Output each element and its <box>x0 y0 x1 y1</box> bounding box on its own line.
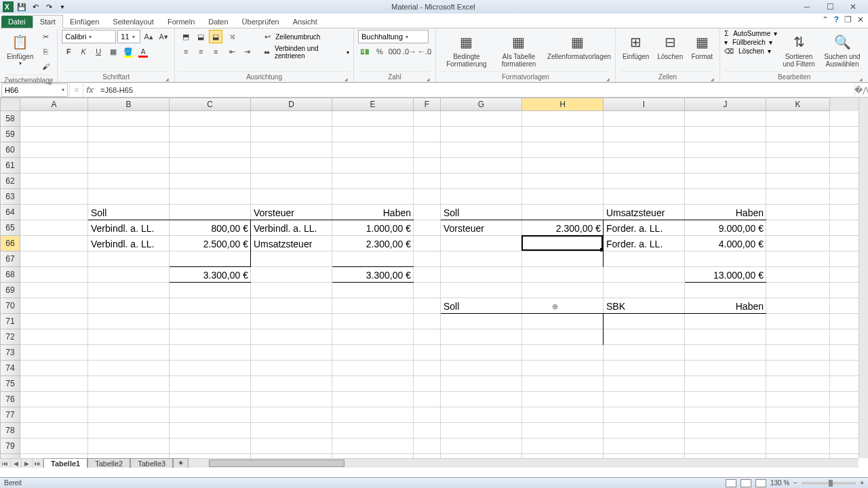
align-middle-icon[interactable]: ⬓ <box>194 30 208 43</box>
zoom-in-icon[interactable]: + <box>860 479 864 487</box>
tab-file[interactable]: Datei <box>1 16 33 28</box>
row-header-67[interactable]: 67 <box>0 251 20 267</box>
bold-button[interactable]: F <box>62 45 75 58</box>
save-icon[interactable]: 💾 <box>16 1 27 12</box>
copy-icon[interactable]: ⎘ <box>39 45 52 58</box>
pagelayout-view-icon[interactable] <box>741 479 751 487</box>
tab-view[interactable]: Ansicht <box>286 16 324 28</box>
new-sheet-icon[interactable]: ✶ <box>173 458 189 468</box>
row-header-69[interactable]: 69 <box>0 283 20 298</box>
row-header-77[interactable]: 77 <box>0 407 20 423</box>
row-header-63[interactable]: 63 <box>0 189 20 205</box>
align-center-icon[interactable]: ≡ <box>194 45 208 58</box>
normal-view-icon[interactable] <box>726 479 736 487</box>
cell-C68[interactable]: 3.300,00 € <box>170 267 251 283</box>
cell-I64[interactable]: Umsatzsteuer <box>604 205 685 220</box>
conditional-format-button[interactable]: ▦Bedingte Formatierung <box>440 30 493 69</box>
orientation-icon[interactable]: ⤭ <box>225 30 239 43</box>
row-header-76[interactable]: 76 <box>0 392 20 407</box>
decrease-indent-icon[interactable]: ⇤ <box>225 45 239 58</box>
sheet-next-icon[interactable]: ▶ <box>22 459 33 468</box>
cell-E66[interactable]: 2.300,00 € <box>332 236 414 251</box>
zoom-out-icon[interactable]: − <box>793 479 797 487</box>
row-header-70[interactable]: 70 <box>0 298 20 314</box>
tab-start[interactable]: Start <box>33 15 63 28</box>
row-header-60[interactable]: 60 <box>0 142 20 158</box>
font-color-button[interactable]: A <box>136 45 150 58</box>
cancel-formula-icon[interactable]: ✕ <box>69 83 83 97</box>
sheet-first-icon[interactable]: ⏮ <box>0 459 11 468</box>
delete-cells-button[interactable]: ⊟Löschen <box>654 30 686 62</box>
increase-decimal-icon[interactable]: .0→ <box>403 45 416 58</box>
format-cells-button[interactable]: ▦Format <box>688 30 715 62</box>
align-bottom-icon[interactable]: ⬓ <box>209 30 222 43</box>
wrap-text-icon[interactable]: ↩ <box>260 30 274 43</box>
clear-button[interactable]: ⌫ Löschen ▾ <box>724 47 777 55</box>
thousand-sep-icon[interactable]: 000 <box>388 45 401 58</box>
merge-icon[interactable]: ⬌ <box>260 45 273 59</box>
vertical-scrollbar[interactable] <box>859 98 868 458</box>
cell-C65[interactable]: 800,00 € <box>170 220 251 236</box>
accounting-format-icon[interactable]: 💵 <box>358 45 372 58</box>
cell-H65[interactable]: 2.300,00 € <box>522 220 604 236</box>
maximize-button[interactable]: ☐ <box>822 2 838 12</box>
qat-dropdown-icon[interactable]: ▼ <box>57 1 68 12</box>
col-header-A[interactable]: A <box>20 98 88 111</box>
row-header-62[interactable]: 62 <box>0 174 20 189</box>
cell-G64[interactable]: Soll <box>441 205 522 220</box>
row-header-75[interactable]: 75 <box>0 376 20 392</box>
cell-D66[interactable]: Umsatzsteuer <box>251 236 332 251</box>
tab-pagelayout[interactable]: Seitenlayout <box>106 16 161 28</box>
italic-button[interactable]: K <box>77 45 90 58</box>
wrap-text-label[interactable]: Zeilenumbruch <box>275 33 320 41</box>
sheet-tab-1[interactable]: Tabelle1 <box>43 458 87 468</box>
cell-J65[interactable]: 9.000,00 € <box>685 220 766 236</box>
cell-G65[interactable]: Vorsteuer <box>441 220 522 236</box>
tab-insert[interactable]: Einfügen <box>63 16 106 28</box>
fx-icon[interactable]: fx <box>83 83 96 97</box>
cell-J68[interactable]: 13.000,00 € <box>685 267 766 283</box>
row-header-73[interactable]: 73 <box>0 345 20 361</box>
select-all-button[interactable] <box>0 98 20 111</box>
tab-data[interactable]: Daten <box>201 16 235 28</box>
underline-button[interactable]: U <box>92 45 105 58</box>
cell-I65[interactable]: Forder. a. LL. <box>604 220 685 236</box>
format-painter-icon[interactable]: 🖌 <box>39 60 52 73</box>
cell-E68[interactable]: 3.300,00 € <box>332 267 414 283</box>
restore-window-icon[interactable]: ❐ <box>844 15 852 24</box>
row-header-74[interactable]: 74 <box>0 361 20 376</box>
row-header-72[interactable]: 72 <box>0 329 20 345</box>
cell-E65[interactable]: 1.000,00 € <box>332 220 414 236</box>
zoom-level[interactable]: 130 % <box>770 479 789 487</box>
align-top-icon[interactable]: ⬒ <box>179 30 193 43</box>
align-right-icon[interactable]: ≡ <box>209 45 222 58</box>
row-header-59[interactable]: 59 <box>0 127 20 142</box>
pagebreak-view-icon[interactable] <box>755 479 766 487</box>
cell-J70[interactable]: Haben <box>685 298 766 314</box>
close-workbook-icon[interactable]: ✕ <box>857 15 864 24</box>
formula-input[interactable]: =J68-H65 <box>96 86 854 94</box>
col-header-F[interactable]: F <box>414 98 441 111</box>
tab-review[interactable]: Überprüfen <box>235 16 286 28</box>
col-header-I[interactable]: I <box>604 98 685 111</box>
minimize-button[interactable]: ─ <box>799 2 815 12</box>
cell-D65[interactable]: Verbindl. a. LL. <box>251 220 332 236</box>
col-header-B[interactable]: B <box>88 98 170 111</box>
align-left-icon[interactable]: ≡ <box>179 45 193 58</box>
sheet-tab-3[interactable]: Tabelle3 <box>130 458 173 468</box>
row-header-58[interactable]: 58 <box>0 111 20 127</box>
sheet-last-icon[interactable]: ⏭ <box>33 459 43 468</box>
cell-I66[interactable]: Forder. a. LL. <box>604 236 685 251</box>
percent-format-icon[interactable]: % <box>373 45 387 58</box>
cell-styles-button[interactable]: ▦Zellenformatvorlagen <box>545 30 611 62</box>
cell-G70[interactable]: Soll <box>441 298 522 314</box>
row-header-61[interactable]: 61 <box>0 158 20 174</box>
col-header-G[interactable]: G <box>441 98 522 111</box>
row-header-79[interactable]: 79 <box>0 439 20 454</box>
sheet-prev-icon[interactable]: ◀ <box>11 459 22 468</box>
tab-formulas[interactable]: Formeln <box>161 16 201 28</box>
paste-button[interactable]: 📋 Einfügen ▾ <box>4 30 36 68</box>
row-header-66[interactable]: 66 <box>0 236 20 251</box>
shrink-font-icon[interactable]: A▾ <box>157 30 170 43</box>
row-header-65[interactable]: 65 <box>0 220 20 236</box>
